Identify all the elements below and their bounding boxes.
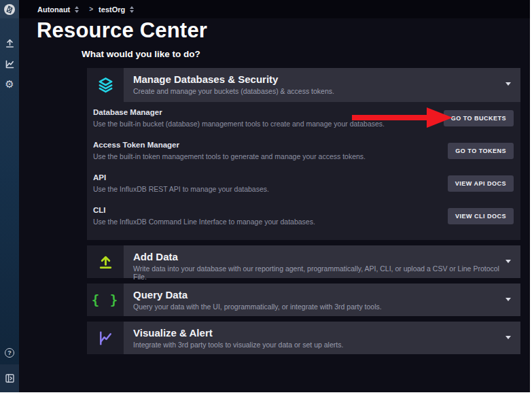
breadcrumb-org[interactable]: Autonaut: [37, 5, 70, 14]
breadcrumb-suborg[interactable]: testOrg: [99, 5, 125, 14]
app-window: ⚙ ? Autonaut > testOrg Resource Center W…: [0, 0, 530, 392]
layers-icon: [87, 68, 124, 102]
card-subtitle: Integrate with 3rd party tools to visual…: [133, 341, 511, 349]
unfold-icon[interactable]: [130, 6, 134, 13]
unfold-icon[interactable]: [75, 6, 79, 13]
card-title: Add Data: [133, 251, 511, 262]
sidebar: ⚙ ?: [0, 0, 19, 392]
influxdb-logo[interactable]: [0, 0, 19, 18]
card-manage-databases: Manage Databases & Security Create and m…: [87, 68, 520, 240]
go-to-buckets-button[interactable]: GO TO BUCKETS: [444, 110, 514, 126]
go-to-tokens-button[interactable]: GO TO TOKENS: [448, 143, 514, 159]
breadcrumb-separator: >: [89, 5, 93, 13]
row-description: Use the built-in token management tools …: [93, 152, 441, 160]
card-visualize-alert: Visualize & Alert Integrate with 3rd par…: [87, 322, 520, 354]
card-add-data-header[interactable]: Add Data Write data into your database w…: [87, 245, 520, 278]
row-cli: CLI Use the InfluxDB Command Line Interf…: [93, 206, 514, 226]
card-title: Visualize & Alert: [133, 327, 511, 339]
chevron-down-icon[interactable]: [506, 260, 511, 263]
card-visualize-alert-header[interactable]: Visualize & Alert Integrate with 3rd par…: [87, 322, 520, 354]
view-cli-docs-button[interactable]: VIEW CLI DOCS: [448, 208, 514, 224]
card-title: Query Data: [133, 289, 511, 300]
graph-icon[interactable]: [0, 55, 19, 73]
row-title: Access Token Manager: [93, 141, 441, 149]
chevron-down-icon[interactable]: [506, 336, 511, 339]
card-subtitle: Create and manage your buckets (database…: [133, 87, 511, 95]
card-manage-databases-header[interactable]: Manage Databases & Security Create and m…: [87, 68, 520, 102]
view-api-docs-button[interactable]: VIEW API DOCS: [448, 175, 514, 192]
row-api: API Use the InfluxDB REST API to manage …: [93, 173, 514, 193]
card-query-data: { } Query Data Query your data with the …: [87, 284, 520, 316]
row-title: CLI: [93, 206, 441, 214]
chevron-down-icon[interactable]: [506, 298, 511, 301]
page-title: Resource Center: [37, 18, 207, 43]
upload-icon[interactable]: [0, 34, 19, 52]
row-access-token-manager: Access Token Manager Use the built-in to…: [93, 141, 514, 160]
page-subtitle: What would you like to do?: [82, 49, 200, 59]
resource-cards: Manage Databases & Security Create and m…: [87, 68, 520, 360]
influxdb-logo-icon: [3, 3, 16, 16]
collapse-sidebar-icon[interactable]: [0, 364, 19, 392]
card-query-data-header[interactable]: { } Query Data Query your data with the …: [87, 284, 520, 316]
braces-icon: { }: [87, 284, 124, 316]
card-title: Manage Databases & Security: [133, 73, 511, 85]
card-subtitle: Write data into your database with our r…: [133, 264, 511, 281]
upload-icon: [87, 245, 124, 278]
gear-icon[interactable]: ⚙: [0, 75, 19, 92]
card-add-data: Add Data Write data into your database w…: [87, 245, 520, 278]
annotation-arrow-icon: [352, 107, 454, 128]
row-title: API: [93, 173, 441, 182]
chart-icon: [87, 322, 124, 354]
breadcrumb: Autonaut > testOrg: [19, 0, 530, 18]
row-description: Use the InfluxDB Command Line Interface …: [93, 218, 441, 226]
chevron-down-icon[interactable]: [506, 82, 511, 86]
help-icon[interactable]: ?: [0, 344, 19, 362]
card-subtitle: Query your data with the UI, programmati…: [133, 303, 511, 311]
row-description: Use the InfluxDB REST API to manage your…: [93, 185, 441, 193]
